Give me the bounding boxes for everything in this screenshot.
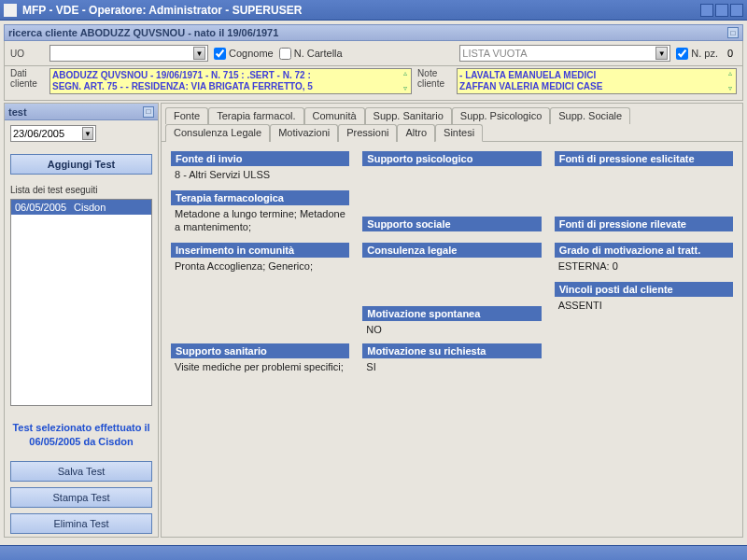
psico-header: Supporto psicologico xyxy=(362,151,541,166)
motivation-stack: Motivazione spontanea NO Motivazione su … xyxy=(362,306,541,373)
cognome-check-input[interactable] xyxy=(214,48,226,60)
chevron-down-icon[interactable]: ▼ xyxy=(655,47,668,60)
block-grado: Grado di motivazione al tratt. ESTERNA: … xyxy=(555,243,733,273)
block-mot-spont: Motivazione spontanea NO xyxy=(362,306,541,336)
test-list-label: Lista dei test eseguiti xyxy=(5,177,158,199)
block-legale: Consulenza legale xyxy=(362,243,541,273)
press-ril-value xyxy=(555,231,733,233)
window-controls xyxy=(700,4,743,17)
chevron-down-icon: ▿ xyxy=(726,84,735,93)
grado-value: ESTERNA: 0 xyxy=(555,258,733,273)
chevron-down-icon: ▿ xyxy=(401,84,410,93)
print-test-button[interactable]: Stampa Test xyxy=(10,487,152,508)
tab-sociale[interactable]: Supp. Sociale xyxy=(550,107,630,124)
note-cliente-box: - LAVALTA EMANUELA MEDICI ZAFFAN VALERIA… xyxy=(457,68,737,94)
mot-rich-value: SI xyxy=(362,358,541,373)
npz-checkbox[interactable]: N. pz. xyxy=(676,48,718,60)
fonte-value: 8 - Altri Servizi ULSS xyxy=(171,166,349,181)
sanitario-value: Visite mediche per problemi specifici; xyxy=(171,358,349,373)
tab-psicologico[interactable]: Supp. Psicologico xyxy=(452,107,550,124)
block-mot-rich: Motivazione su richiesta SI xyxy=(362,343,541,373)
tab-altro[interactable]: Altro xyxy=(397,124,435,142)
uo-combo[interactable]: ▼ xyxy=(49,45,208,62)
scroll-icons[interactable]: ▵▿ xyxy=(401,69,410,93)
main-area: test □ ▼ Aggiungi Test Lista dei test es… xyxy=(4,103,743,538)
comunita-value: Pronta Accoglienza; Generico; xyxy=(171,258,349,273)
test-name: Cisdon xyxy=(74,202,106,213)
block-fonte: Fonte di invio 8 - Altri Servizi ULSS xyxy=(171,151,349,181)
search-panel: ricerca cliente ABODUZZ QUVSNOU - nato i… xyxy=(4,24,743,101)
psico-value xyxy=(362,166,541,168)
uo-label: UO xyxy=(10,49,44,59)
search-titlebar: ricerca cliente ABODUZZ QUVSNOU - nato i… xyxy=(4,24,743,41)
uo-input[interactable] xyxy=(52,48,193,59)
tab-sanitario[interactable]: Supp. Sanitario xyxy=(365,107,452,124)
grado-header: Grado di motivazione al tratt. xyxy=(555,243,733,258)
legale-header: Consulenza legale xyxy=(362,243,541,258)
save-test-button[interactable]: Salva Test xyxy=(10,461,152,482)
note-label: Note cliente xyxy=(417,68,451,89)
note-line2: ZAFFAN VALERIA MEDICI CASE xyxy=(459,81,723,92)
test-list-item[interactable]: 06/05/2005 Cisdon xyxy=(11,200,151,215)
date-input[interactable] xyxy=(13,128,82,139)
filter-row-1: UO ▼ Cognome N. Cartella ▼ N. pz. 0 xyxy=(4,41,743,66)
tab-pressioni[interactable]: Pressioni xyxy=(338,124,397,142)
mot-rich-header: Motivazione su richiesta xyxy=(362,343,541,358)
block-sanitario: Supporto sanitario Visite mediche per pr… xyxy=(171,343,349,373)
tab-terapia[interactable]: Terapia farmacol. xyxy=(208,107,303,124)
test-date: 06/05/2005 xyxy=(15,202,66,213)
filter-row-2: Dati cliente ABODUZZ QUVSNOU - 19/06/197… xyxy=(4,66,743,101)
press-ril-header: Fonti di pressione rilevate xyxy=(555,217,733,231)
dati-cliente-box: ABODUZZ QUVSNOU - 19/06/1971 - N. 715 : … xyxy=(49,68,412,94)
sociale-header: Supporto sociale xyxy=(362,217,541,231)
ncartella-check-input[interactable] xyxy=(279,48,291,60)
search-close-icon[interactable]: □ xyxy=(727,27,739,38)
statusbar xyxy=(0,545,747,560)
delete-test-button[interactable]: Elimina Test xyxy=(10,513,152,534)
dati-line1: ABODUZZ QUVSNOU - 19/06/1971 - N. 715 : … xyxy=(52,70,398,81)
npz-check-input[interactable] xyxy=(676,48,688,60)
scroll-icons[interactable]: ▵▿ xyxy=(726,69,735,93)
ncartella-label: N. Cartella xyxy=(294,48,343,59)
mot-spont-header: Motivazione spontanea xyxy=(362,306,541,321)
cognome-checkbox[interactable]: Cognome xyxy=(214,48,274,60)
sidebar-close-icon[interactable]: □ xyxy=(143,106,154,118)
press-esl-header: Fonti di pressione eslicitate xyxy=(555,151,733,166)
date-combo[interactable]: ▼ xyxy=(10,125,96,142)
sidebar-header: test □ xyxy=(5,104,158,120)
legale-value xyxy=(362,258,541,259)
press-esl-value xyxy=(555,166,733,168)
add-test-button[interactable]: Aggiungi Test xyxy=(10,154,152,175)
sidebar: test □ ▼ Aggiungi Test Lista dei test es… xyxy=(4,103,159,538)
chevron-down-icon[interactable]: ▼ xyxy=(82,127,93,140)
tabs: Fonte Terapia farmacol. Comunità Supp. S… xyxy=(162,104,742,142)
test-list[interactable]: 06/05/2005 Cisdon xyxy=(10,199,152,406)
close-button[interactable] xyxy=(730,4,743,17)
terapia-header: Terapia farmacologica xyxy=(171,190,349,205)
ncartella-checkbox[interactable]: N. Cartella xyxy=(279,48,343,60)
block-press-ril: Fonti di pressione rilevate xyxy=(555,217,733,233)
date-row: ▼ xyxy=(5,120,158,151)
sociale-value xyxy=(362,231,541,233)
lista-input[interactable] xyxy=(462,48,655,59)
synthesis-grid: Fonte di invio 8 - Altri Servizi ULSS Su… xyxy=(162,142,742,537)
minimize-button[interactable] xyxy=(700,4,713,17)
block-psico: Supporto psicologico xyxy=(362,151,541,181)
block-press-esl: Fonti di pressione eslicitate xyxy=(555,151,733,181)
chevron-up-icon: ▵ xyxy=(726,69,735,78)
tab-motivazioni[interactable]: Motivazioni xyxy=(270,124,338,142)
lista-combo[interactable]: ▼ xyxy=(459,45,670,62)
chevron-up-icon: ▵ xyxy=(401,69,410,78)
tab-fonte[interactable]: Fonte xyxy=(165,107,208,124)
block-vincoli: Vincoli posti dal cliente ASSENTI xyxy=(555,282,733,373)
content-area: Fonte Terapia farmacol. Comunità Supp. S… xyxy=(161,103,743,538)
dati-line2: SEGN. ART. 75 - - RESIDENZA: VIA BRIGATA… xyxy=(52,81,398,92)
block-terapia: Terapia farmacologica Metadone a lungo t… xyxy=(171,190,349,233)
comunita-header: Inserimento in comunità xyxy=(171,243,349,258)
maximize-button[interactable] xyxy=(715,4,728,17)
block-comunita: Inserimento in comunità Pronta Accoglien… xyxy=(171,243,349,273)
tab-legale[interactable]: Consulenza Legale xyxy=(165,124,270,142)
tab-sintesi[interactable]: Sintesi xyxy=(435,124,483,142)
chevron-down-icon[interactable]: ▼ xyxy=(193,47,205,60)
tab-comunita[interactable]: Comunità xyxy=(304,107,365,124)
